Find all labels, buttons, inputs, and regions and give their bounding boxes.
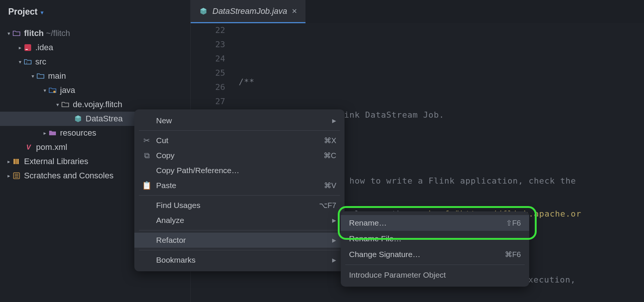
chevron-down-icon[interactable]: ▾	[54, 102, 61, 108]
line-number[interactable]: 25	[191, 66, 225, 80]
tree-label: pom.xml	[36, 142, 67, 152]
refactor-submenu: Rename… ⇧F6 Rename File… Change Signatur…	[341, 211, 529, 287]
tree-sublabel: ~/flitch	[46, 28, 70, 38]
class-icon	[199, 7, 208, 15]
context-menu: New ▶ ✂ Cut ⌘X ⧉ Copy ⌘C Copy Path/Refer…	[134, 109, 345, 271]
svg-rect-0	[24, 44, 31, 51]
line-number[interactable]: 23	[191, 37, 225, 52]
menu-refactor[interactable]: Refactor ▶	[134, 233, 345, 248]
close-icon[interactable]: ✕	[292, 7, 297, 15]
package-icon	[61, 100, 70, 109]
line-number[interactable]: 24	[191, 52, 225, 66]
chevron-right-icon: ▶	[332, 118, 336, 124]
submenu-rename-file[interactable]: Rename File…	[341, 231, 529, 247]
folder-icon	[36, 72, 45, 80]
menu-analyze[interactable]: Analyze ▶	[134, 213, 345, 228]
tab-bar: DataStreamJob.java ✕	[191, 0, 644, 23]
scissors-icon: ✂	[143, 136, 151, 145]
tree-label: Scratches and Consoles	[24, 171, 113, 181]
tree-label: flitch	[24, 28, 44, 38]
submenu-change-signature[interactable]: Change Signature… ⌘F6	[341, 247, 529, 262]
chevron-right-icon[interactable]: ▸	[17, 45, 23, 51]
chevron-right-icon[interactable]: ▸	[5, 158, 12, 164]
menu-separator	[139, 130, 340, 131]
tree-label: resources	[60, 128, 96, 138]
svg-point-3	[53, 91, 56, 93]
idea-icon	[23, 43, 32, 52]
module-folder-icon: /	[23, 58, 32, 66]
submenu-introduce-parameter[interactable]: Introduce Parameter Object	[341, 267, 529, 283]
chevron-right-icon: ▶	[332, 237, 336, 243]
svg-rect-4	[14, 159, 15, 164]
clipboard-icon: 📋	[143, 181, 151, 190]
tree-label: DataStrea	[86, 114, 123, 124]
menu-separator	[139, 195, 340, 196]
tree-idea[interactable]: ▸ .idea	[0, 40, 190, 55]
chevron-down-icon[interactable]: ▾	[17, 59, 23, 65]
sidebar-header[interactable]: Project ▾	[0, 0, 190, 23]
line-number[interactable]: 26	[191, 80, 225, 94]
chevron-right-icon: ▶	[332, 217, 336, 223]
menu-new[interactable]: New ▶	[134, 113, 345, 128]
menu-separator	[139, 230, 340, 230]
chevron-down-icon[interactable]: ▾	[29, 73, 36, 79]
svg-rect-5	[15, 159, 17, 164]
tree-label: .idea	[35, 43, 53, 52]
resources-folder-icon	[48, 129, 57, 137]
menu-copy-path[interactable]: Copy Path/Reference…	[134, 163, 345, 178]
class-icon	[74, 115, 83, 123]
folder-icon	[12, 29, 21, 37]
tree-label: java	[60, 85, 75, 95]
chevron-right-icon[interactable]: ▸	[41, 130, 48, 136]
code-line: /**	[239, 75, 644, 89]
menu-find-usages[interactable]: Find Usages ⌥F7	[134, 198, 345, 213]
tree-src[interactable]: ▾ / src	[0, 55, 190, 69]
tree-label: main	[48, 71, 66, 81]
tree-main[interactable]: ▾ main	[0, 69, 190, 83]
chevron-down-icon[interactable]: ▾	[5, 30, 12, 36]
menu-cut[interactable]: ✂ Cut ⌘X	[134, 133, 345, 148]
tree-java[interactable]: ▾ java	[0, 83, 190, 97]
line-number[interactable]: 22	[191, 23, 225, 37]
copy-icon: ⧉	[143, 151, 151, 160]
source-folder-icon	[48, 86, 57, 94]
code-line	[239, 42, 644, 56]
tree-label: External Libraries	[24, 157, 88, 166]
chevron-down-icon[interactable]: ▾	[41, 9, 44, 16]
chevron-right-icon: ▶	[332, 257, 336, 263]
menu-bookmarks[interactable]: Bookmarks ▶	[134, 253, 345, 268]
maven-icon: V	[24, 143, 33, 151]
submenu-rename[interactable]: Rename… ⇧F6	[341, 215, 529, 231]
chevron-right-icon[interactable]: ▸	[5, 173, 12, 179]
library-icon	[12, 157, 21, 166]
menu-separator	[345, 265, 525, 265]
chevron-down-icon[interactable]: ▾	[41, 87, 48, 93]
editor-tab[interactable]: DataStreamJob.java ✕	[191, 0, 305, 23]
tree-label: de.vojay.flitch	[73, 100, 122, 109]
menu-copy[interactable]: ⧉ Copy ⌘C	[134, 148, 345, 163]
svg-rect-1	[26, 49, 28, 50]
menu-separator	[139, 250, 340, 250]
tree-label: src	[35, 57, 46, 67]
menu-paste[interactable]: 📋 Paste ⌘V	[134, 178, 345, 193]
sidebar-title: Project	[8, 7, 38, 17]
line-number[interactable]: 27	[191, 94, 225, 109]
tree-root[interactable]: ▾ flitch ~/flitch	[0, 26, 190, 40]
svg-rect-6	[17, 159, 19, 164]
tab-label: DataStreamJob.java	[212, 6, 287, 16]
scratches-icon	[12, 172, 21, 180]
